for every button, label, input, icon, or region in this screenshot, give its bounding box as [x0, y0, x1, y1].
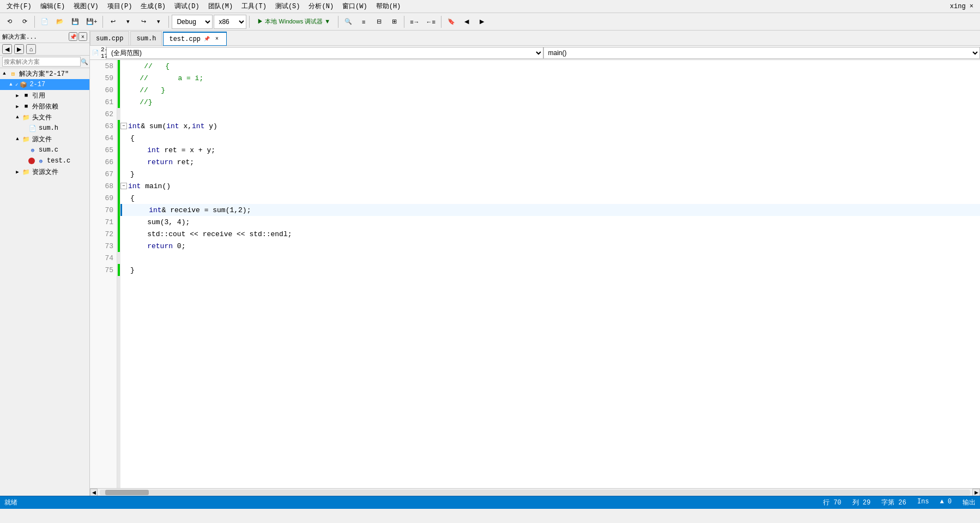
tree-item-sources[interactable]: ▲ 📁 源文件 [0, 134, 89, 145]
menu-edit[interactable]: 编辑(E) [36, 1, 70, 12]
menu-analyze[interactable]: 分析(N) [304, 1, 338, 12]
run-debugger-btn[interactable]: ▶ 本地 Windows 调试器 ▼ [252, 15, 335, 29]
toolbar-new-btn[interactable]: 📄 [38, 15, 52, 29]
scope-dropdown[interactable]: (全局范围) [106, 47, 543, 59]
green-65 [118, 144, 120, 156]
tree-item-headers[interactable]: ▲ 📁 头文件 [0, 112, 89, 123]
code-line-70[interactable]: int & receive = sum (1,2); [120, 204, 980, 216]
toolbar-sep-6 [404, 16, 404, 28]
code-line-67[interactable]: } [120, 168, 980, 180]
menu-file[interactable]: 文件(F) [2, 1, 36, 12]
code-line-62[interactable] [120, 108, 980, 120]
toolbar-search-btn[interactable]: 🔍 [341, 15, 355, 29]
sidebar-close-btn[interactable]: × [78, 32, 87, 41]
sidebar-tree: ▲ ⊞ 解决方案"2-17" ▲ ✓ 📦 2-17 ▶ ■ 引用 ▶ ■ [0, 68, 89, 496]
toolbar-back-btn[interactable]: ⟲ [2, 15, 16, 29]
code-line-71[interactable]: sum (3, 4); [120, 216, 980, 228]
code-line-61[interactable]: //} [120, 96, 980, 108]
collapse-btn-68[interactable]: − [120, 183, 127, 189]
toolbar-outdent-btn[interactable]: ←≡ [424, 15, 438, 29]
code-editor[interactable]: 58 59 60 61 62 63 64 65 66 67 68 69 70 7… [90, 60, 980, 488]
menu-build[interactable]: 生成(B) [136, 1, 170, 12]
arch-dropdown[interactable]: x86 x64 [214, 15, 246, 29]
toolbar-forward-btn[interactable]: ⟳ [17, 15, 32, 29]
bottom-scrollbar[interactable]: ◀ ▶ [90, 488, 980, 496]
code-line-63[interactable]: − int & sum ( int x, int y) [120, 120, 980, 132]
sources-label: 源文件 [32, 135, 52, 144]
tab-testcpp-close-btn[interactable]: × [213, 35, 221, 43]
toolbar-indent-btn[interactable]: ≡→ [407, 15, 422, 29]
menu-test[interactable]: 测试(S) [271, 1, 305, 12]
sidebar-nav-back[interactable]: ◀ [2, 44, 12, 54]
tree-item-refs[interactable]: ▶ ■ 引用 [0, 90, 89, 101]
sidebar-search-btn[interactable]: 🔍 [81, 58, 88, 65]
code-line-69[interactable]: { [120, 192, 980, 204]
code-line-64[interactable]: { [120, 132, 980, 144]
code-line-59[interactable]: // a = i; [120, 72, 980, 84]
scroll-left-btn[interactable]: ◀ [90, 489, 98, 496]
scroll-thumb[interactable] [105, 490, 149, 495]
toolbar-redo-btn[interactable]: ↪ [136, 15, 150, 29]
tree-item-sumh[interactable]: ▶ 📄 sum.h [0, 123, 89, 134]
code-line-68[interactable]: − int main () [120, 180, 980, 192]
line-63-sum: sum [149, 122, 162, 130]
tree-arrow-sources: ▲ [14, 136, 21, 142]
toolbar-save-btn[interactable]: 💾 [68, 15, 82, 29]
code-line-72[interactable]: std::cout << receive << std::endl ; [120, 228, 980, 240]
green-58 [118, 60, 120, 72]
tree-item-project[interactable]: ▲ ✓ 📦 2-17 [0, 79, 89, 90]
toolbar-bm-prev[interactable]: ◀ [459, 15, 474, 29]
sidebar-nav-forward[interactable]: ▶ [14, 44, 24, 54]
toolbar-open-btn[interactable]: 📂 [53, 15, 67, 29]
collapse-btn-63[interactable]: − [120, 123, 127, 129]
sidebar-nav-home[interactable]: ⌂ [26, 44, 36, 54]
tree-item-testc[interactable]: ▶ ⊕ test.c [0, 155, 89, 166]
toolbar-undo-dropdown[interactable]: ▾ [121, 15, 135, 29]
toolbar-bookmark-btn[interactable]: 🔖 [444, 15, 458, 29]
toolbar-misc2[interactable]: ⊟ [372, 15, 386, 29]
tree-item-ext-deps[interactable]: ▶ ■ 外部依赖 [0, 101, 89, 112]
menu-debug[interactable]: 调试(D) [170, 1, 204, 12]
line-70-indent [132, 206, 149, 214]
menu-view[interactable]: 视图(V) [69, 1, 103, 12]
sidebar-pin-btn[interactable]: 📌 [69, 32, 77, 41]
code-line-60[interactable]: // } [120, 84, 980, 96]
tree-item-resources[interactable]: ▶ 📁 资源文件 [0, 166, 89, 177]
tree-item-solution[interactable]: ▲ ⊞ 解决方案"2-17" [0, 68, 89, 79]
toolbar-misc3[interactable]: ⊞ [387, 15, 401, 29]
toolbar-undo-btn[interactable]: ↩ [106, 15, 120, 29]
tab-testcpp-label: test.cpp [169, 35, 201, 43]
code-line-73[interactable]: return 0; [120, 240, 980, 252]
toolbar-save-all-btn[interactable]: 💾+ [83, 15, 100, 29]
code-line-75[interactable]: } [120, 264, 980, 276]
code-line-58[interactable]: // { [120, 60, 980, 72]
green-59 [118, 72, 120, 84]
toolbar-bm-next[interactable]: ▶ [475, 15, 489, 29]
code-line-66[interactable]: return ret; [120, 156, 980, 168]
tab-sumcpp[interactable]: sum.cpp [90, 31, 129, 45]
tab-testcpp-pin-icon: 📌 [204, 36, 210, 42]
code-lines[interactable]: // { // a = i; // } //} [120, 60, 980, 488]
toolbar-misc1[interactable]: ≡ [356, 15, 371, 29]
toolbar-redo-dropdown[interactable]: ▾ [152, 15, 166, 29]
tree-item-sumc[interactable]: ▶ ⊕ sum.c [0, 145, 89, 155]
code-line-74[interactable] [120, 252, 980, 264]
menu-tools[interactable]: 工具(T) [237, 1, 271, 12]
line-69-brace: { [130, 194, 135, 202]
config-dropdown[interactable]: Debug Release [172, 15, 213, 29]
sidebar-search-input[interactable] [2, 57, 81, 67]
menu-window[interactable]: 窗口(W) [338, 1, 372, 12]
code-line-65[interactable]: int ret = x + y; [120, 144, 980, 156]
scroll-right-btn[interactable]: ▶ [972, 489, 980, 496]
menubar: 文件(F) 编辑(E) 视图(V) 项目(P) 生成(B) 调试(D) 团队(M… [0, 0, 980, 13]
line-68-mainfn: main [145, 182, 162, 190]
menu-project[interactable]: 项目(P) [103, 1, 137, 12]
menu-help[interactable]: 帮助(H) [372, 1, 406, 12]
line-num-62: 62 [90, 108, 117, 120]
tab-sumh[interactable]: sum.h [130, 31, 162, 45]
green-61 [118, 96, 120, 108]
menu-team[interactable]: 团队(M) [204, 1, 238, 12]
function-dropdown[interactable]: main() sum(int, int) [543, 47, 981, 59]
line-75-brace: } [130, 266, 135, 274]
tab-testcpp[interactable]: test.cpp 📌 × [163, 32, 227, 46]
